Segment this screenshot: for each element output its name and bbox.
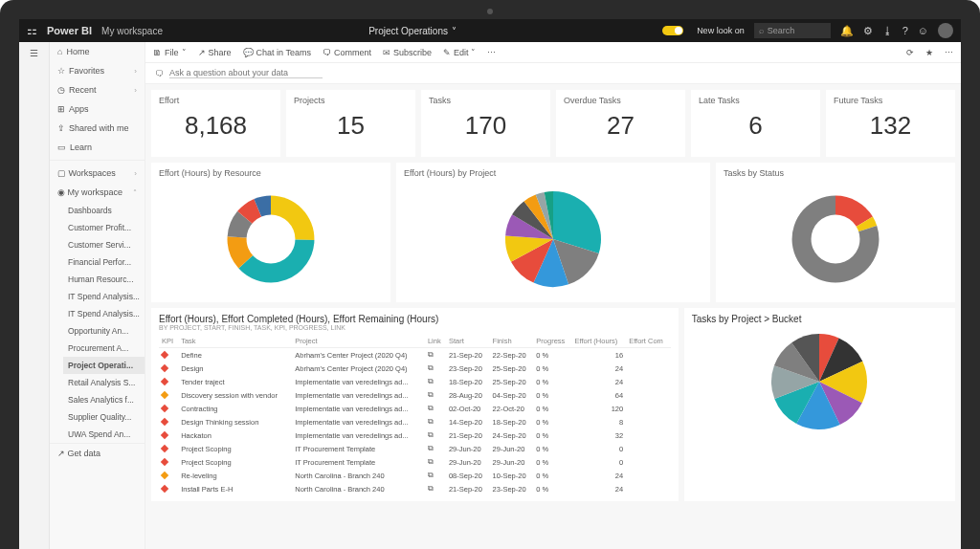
refresh-icon[interactable]: ⟳ bbox=[906, 48, 914, 57]
chevron-right-icon: › bbox=[134, 67, 137, 76]
table-row[interactable]: Project ScopingIT Procurement Template⧉2… bbox=[159, 442, 671, 455]
file-menu[interactable]: 🗎 File ˅ bbox=[153, 48, 187, 57]
chart-row-2: Effort (Hours), Effort Completed (Hours)… bbox=[151, 308, 955, 501]
ws-item[interactable]: Human Resourc... bbox=[63, 271, 145, 288]
ws-item[interactable]: UWA Spend An... bbox=[63, 426, 145, 443]
help-icon[interactable]: ? bbox=[902, 25, 908, 36]
kpi-row: Effort8,168Projects15Tasks170Overdue Tas… bbox=[151, 90, 955, 157]
table-row[interactable]: Re-levelingNorth Carolina - Branch 240⧉0… bbox=[159, 469, 671, 482]
ws-item[interactable]: Project Operati... bbox=[63, 357, 145, 374]
ws-item[interactable]: Dashboards bbox=[63, 202, 145, 219]
kpi-tasks[interactable]: Tasks170 bbox=[421, 90, 550, 157]
search-input[interactable]: ⌕Search bbox=[754, 23, 831, 38]
comment-button[interactable]: 🗨 Comment bbox=[323, 48, 371, 57]
nav-favorites[interactable]: ☆Favorites› bbox=[50, 61, 145, 80]
kpi-late-tasks[interactable]: Late Tasks6 bbox=[691, 90, 820, 157]
kpi-overdue-tasks[interactable]: Overdue Tasks27 bbox=[556, 90, 685, 157]
qa-bar: 🗨 bbox=[145, 63, 961, 84]
menu-icon[interactable]: ☰ bbox=[30, 48, 38, 58]
kpi-future-tasks[interactable]: Future Tasks132 bbox=[826, 90, 955, 157]
nav-workspaces[interactable]: ▢ Workspaces› bbox=[50, 164, 145, 183]
settings-icon[interactable]: ⚙ bbox=[863, 25, 873, 37]
user-avatar[interactable] bbox=[938, 23, 953, 38]
screen: ⚏ Power BI My workspace Project Operatio… bbox=[19, 19, 961, 549]
brand-label: Power BI bbox=[47, 25, 92, 36]
get-data-button[interactable]: ↗ Get data bbox=[50, 443, 145, 463]
qa-input[interactable] bbox=[169, 68, 323, 78]
chart-tasks-bucket[interactable]: Tasks by Project > Bucket bbox=[684, 308, 955, 501]
search-icon: ⌕ bbox=[759, 26, 764, 35]
chart-effort-project[interactable]: Effort (Hours) by Project bbox=[396, 163, 710, 302]
svg-point-0 bbox=[247, 215, 296, 264]
ws-item[interactable]: Supplier Quality... bbox=[63, 408, 145, 426]
subscribe-button[interactable]: ✉ Subscribe bbox=[383, 48, 432, 57]
ws-item[interactable]: Sales Analytics f... bbox=[63, 391, 145, 408]
camera bbox=[487, 9, 493, 14]
ws-item[interactable]: IT Spend Analysis... bbox=[63, 288, 145, 305]
nav-my-workspace[interactable]: ◉ My workspace˄ bbox=[50, 183, 145, 202]
command-bar: 🗎 File ˅ ↗ Share 💬 Chat in Teams 🗨 Comme… bbox=[145, 42, 961, 63]
effort-table-card[interactable]: Effort (Hours), Effort Completed (Hours)… bbox=[151, 308, 679, 501]
nav-shared-with-me[interactable]: ⇪Shared with me bbox=[50, 119, 145, 138]
main-area: ☰ ⌂Home☆Favorites›◷Recent›⊞Apps⇪Shared w… bbox=[19, 42, 961, 549]
chart-effort-resource[interactable]: Effort (Hours) by Resource bbox=[151, 163, 390, 302]
table-row[interactable]: Install Parts E-HNorth Carolina - Branch… bbox=[159, 482, 671, 495]
edit-menu[interactable]: ✎ Edit ˅ bbox=[443, 48, 477, 57]
chevron-right-icon: › bbox=[134, 86, 137, 95]
download-icon[interactable]: ⭳ bbox=[882, 25, 893, 36]
table-row[interactable]: DefineAbrham's Center Project (2020 Q4)⧉… bbox=[159, 348, 671, 362]
content-area: 🗎 File ˅ ↗ Share 💬 Chat in Teams 🗨 Comme… bbox=[145, 42, 961, 549]
share-button[interactable]: ↗ Share bbox=[198, 48, 232, 57]
nav-apps[interactable]: ⊞Apps bbox=[50, 99, 145, 119]
nav-home[interactable]: ⌂Home bbox=[50, 42, 145, 61]
table-row[interactable]: Discovery session with vendorImplementat… bbox=[159, 388, 671, 402]
new-look-toggle[interactable] bbox=[662, 26, 683, 35]
effort-table: KPITaskProjectLinkStartFinishProgressEff… bbox=[159, 335, 671, 495]
more-2-icon[interactable]: ⋯ bbox=[945, 48, 953, 57]
table-row[interactable]: ContractingImplementatie van veredelings… bbox=[159, 402, 671, 415]
table-row[interactable]: HackatonImplementatie van veredelings ad… bbox=[159, 428, 671, 442]
ws-item[interactable]: Financial Perfor... bbox=[63, 253, 145, 271]
chart-tasks-status[interactable]: Tasks by Status bbox=[716, 163, 955, 302]
workspace-label[interactable]: My workspace bbox=[101, 26, 163, 36]
more-icon[interactable]: ⋯ bbox=[487, 48, 496, 57]
kpi-projects[interactable]: Projects15 bbox=[286, 90, 415, 157]
ws-item[interactable]: Customer Servi... bbox=[63, 236, 145, 253]
left-rail: ☰ bbox=[19, 42, 50, 549]
notifications-icon[interactable]: 🔔 bbox=[840, 25, 854, 37]
ws-item[interactable]: Opportunity An... bbox=[63, 322, 145, 340]
page-title-dropdown[interactable]: Project Operations˅ bbox=[368, 26, 457, 36]
chevron-down-icon: ˅ bbox=[452, 26, 457, 36]
ws-item[interactable]: Retail Analysis S... bbox=[63, 374, 145, 391]
dashboard-canvas: Effort8,168Projects15Tasks170Overdue Tas… bbox=[145, 84, 961, 549]
ws-item[interactable]: Procurement A... bbox=[63, 340, 145, 357]
new-look-label: New look on bbox=[697, 26, 745, 35]
table-row[interactable]: Tender trajectImplementatie van veredeli… bbox=[159, 375, 671, 388]
ws-item[interactable]: IT Spend Analysis... bbox=[63, 305, 145, 322]
sidebar: ⌂Home☆Favorites›◷Recent›⊞Apps⇪Shared wit… bbox=[50, 42, 145, 549]
ws-item[interactable]: Customer Profit... bbox=[63, 219, 145, 236]
smiley-icon[interactable]: ☺ bbox=[918, 25, 928, 36]
svg-point-1 bbox=[812, 215, 860, 264]
table-row[interactable]: DesignAbrham's Center Project (2020 Q4)⧉… bbox=[159, 362, 671, 375]
laptop-frame: ⚏ Power BI My workspace Project Operatio… bbox=[0, 0, 980, 549]
top-bar: ⚏ Power BI My workspace Project Operatio… bbox=[19, 19, 961, 42]
nav-recent[interactable]: ◷Recent› bbox=[50, 80, 145, 99]
nav-learn[interactable]: ▭Learn bbox=[50, 138, 145, 157]
table-row[interactable]: Design Thinking sessionImplementatie van… bbox=[159, 415, 671, 428]
app-launcher-icon[interactable]: ⚏ bbox=[27, 24, 37, 37]
chart-row-1: Effort (Hours) by Resource Effort (Hours… bbox=[151, 163, 955, 302]
favorite-icon[interactable]: ★ bbox=[925, 48, 933, 57]
table-row[interactable]: Project ScopingIT Procurement Template⧉2… bbox=[159, 455, 671, 469]
kpi-effort[interactable]: Effort8,168 bbox=[151, 90, 280, 157]
chat-teams-button[interactable]: 💬 Chat in Teams bbox=[243, 48, 311, 57]
qa-icon: 🗨 bbox=[155, 69, 164, 78]
